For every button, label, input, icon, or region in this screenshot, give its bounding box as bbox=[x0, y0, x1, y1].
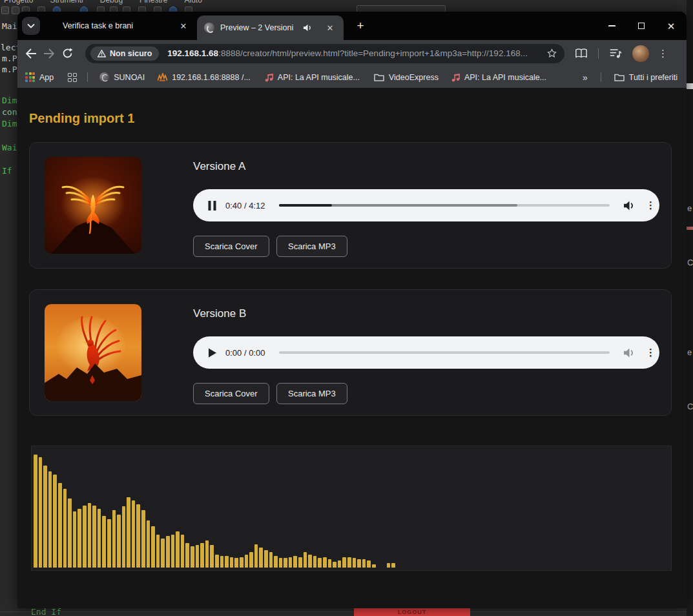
spectrum-bar bbox=[107, 519, 111, 568]
right-window-red-bar bbox=[687, 227, 693, 230]
spectrum-bar bbox=[83, 506, 87, 568]
ide-menu-strumenti[interactable]: Strumenti bbox=[50, 0, 83, 5]
globe-icon bbox=[99, 72, 109, 82]
audio-player-a[interactable]: 0:40 / 4:12 ⋮ bbox=[193, 189, 659, 221]
new-tab-button[interactable]: + bbox=[352, 17, 369, 34]
version-a-card: Versione A 0:40 / 4:12 ⋮ Scarica C bbox=[29, 142, 672, 269]
screen: Progetto Strumenti Debug Finestre Aiuto … bbox=[0, 0, 693, 616]
spectrum-bar bbox=[73, 511, 77, 568]
bookmarks-overflow-button[interactable]: » bbox=[583, 72, 588, 83]
spectrum-bar bbox=[141, 510, 145, 568]
download-cover-button[interactable]: Scarica Cover bbox=[193, 383, 269, 404]
media-controls-button[interactable] bbox=[609, 48, 622, 59]
spectrum-bar bbox=[342, 557, 346, 568]
bookmark-apps[interactable]: App bbox=[25, 72, 54, 82]
ide-code-fragment: Wai bbox=[2, 143, 17, 152]
ide-menu-finestre[interactable]: Finestre bbox=[140, 0, 167, 5]
tab-audio-icon[interactable] bbox=[303, 23, 313, 32]
window-maximize-button[interactable] bbox=[628, 12, 654, 40]
background-right-window: e C e C bbox=[687, 0, 693, 616]
version-title: Versione B bbox=[193, 307, 246, 320]
bookmark-label: API: La API musicale... bbox=[464, 73, 546, 82]
tab-verifica[interactable]: Verifica task e brani ✕ bbox=[43, 12, 197, 40]
ide-toolbar-icon[interactable] bbox=[1, 6, 9, 14]
play-button[interactable] bbox=[207, 348, 217, 358]
forward-arrow-icon bbox=[43, 48, 55, 59]
window-minimize-button[interactable] bbox=[599, 12, 625, 40]
right-window-text: C bbox=[687, 258, 693, 267]
spectrum-bar bbox=[328, 559, 332, 568]
bookmark-label: 192.168.1.68:8888 /... bbox=[172, 73, 251, 82]
url-text: 192.168.1.68:8888/creator/html/preview.h… bbox=[167, 48, 528, 58]
volume-button[interactable] bbox=[623, 347, 636, 358]
ide-toolbar-icon[interactable] bbox=[12, 6, 19, 14]
reload-icon bbox=[62, 48, 73, 59]
window-close-button[interactable]: ✕ bbox=[658, 12, 684, 40]
bookmark-videoexpress[interactable]: VideoExpress bbox=[374, 73, 439, 82]
audio-player-b[interactable]: 0:00 / 0:00 ⋮ bbox=[193, 336, 659, 369]
spectrum-bar bbox=[200, 543, 204, 568]
download-mp3-button[interactable]: Scarica MP3 bbox=[276, 383, 347, 404]
bookmark-api-musicale-1[interactable]: API: La API musicale... bbox=[265, 73, 360, 82]
bookmark-label: SUNOAI bbox=[114, 73, 145, 82]
ide-menu-debug[interactable]: Debug bbox=[100, 0, 123, 5]
volume-icon bbox=[623, 347, 636, 358]
seek-bar[interactable] bbox=[279, 204, 610, 207]
spectrum-bars bbox=[34, 450, 395, 568]
audio-spectrum-panel bbox=[31, 446, 672, 571]
player-menu-button[interactable]: ⋮ bbox=[646, 347, 656, 358]
spectrum-bar bbox=[391, 563, 395, 568]
download-mp3-button[interactable]: Scarica MP3 bbox=[276, 236, 347, 257]
spectrum-bar bbox=[196, 545, 200, 568]
spectrum-bar bbox=[185, 543, 189, 568]
close-tab-icon[interactable]: ✕ bbox=[324, 22, 336, 34]
tab-preview-active[interactable]: Preview – 2 Versioni ✕ bbox=[197, 15, 344, 40]
spectrum-bar bbox=[298, 557, 302, 568]
player-menu-button[interactable]: ⋮ bbox=[646, 200, 656, 211]
reading-list-button[interactable] bbox=[575, 48, 588, 59]
spectrum-bar bbox=[127, 497, 130, 568]
spectrum-bar bbox=[333, 562, 336, 568]
pause-button[interactable] bbox=[207, 201, 217, 210]
spectrum-bar bbox=[122, 506, 126, 568]
security-label: Non sicuro bbox=[110, 49, 152, 58]
tab-search-button[interactable] bbox=[22, 17, 40, 35]
spectrum-bar bbox=[259, 548, 263, 568]
version-title: Versione A bbox=[193, 160, 245, 173]
media-playlist-icon bbox=[609, 48, 622, 59]
spectrum-bar bbox=[171, 535, 175, 568]
spectrum-bar bbox=[220, 556, 224, 568]
forward-button[interactable] bbox=[40, 45, 58, 63]
reload-button[interactable] bbox=[58, 45, 76, 63]
close-tab-icon[interactable]: ✕ bbox=[178, 20, 189, 32]
spectrum-bar bbox=[230, 557, 234, 568]
spectrum-bar bbox=[58, 483, 62, 568]
spectrum-bar bbox=[156, 535, 160, 568]
security-badge[interactable]: Non sicuro bbox=[90, 46, 159, 61]
bookmark-server[interactable]: 192.168.1.68:8888 /... bbox=[158, 73, 251, 82]
spectrum-bar bbox=[88, 503, 92, 568]
ide-code-fragment: con bbox=[2, 107, 17, 117]
bookmark-api-musicale-2[interactable]: API: La API musicale... bbox=[451, 73, 546, 82]
profile-avatar[interactable] bbox=[632, 45, 649, 62]
all-favorites-button[interactable]: Tutti i preferiti bbox=[614, 73, 677, 82]
spectrum-bar bbox=[304, 552, 307, 568]
spectrum-bar bbox=[279, 558, 283, 568]
browser-menu-button[interactable]: ⋮ bbox=[658, 48, 668, 59]
bookmarks-bar: App SUNOAI 192.168.1.68:8888 /... API: L… bbox=[17, 67, 687, 88]
spectrum-bar bbox=[205, 540, 209, 568]
download-cover-button[interactable]: Scarica Cover bbox=[193, 236, 269, 257]
bookmark-sunoai[interactable]: SUNOAI bbox=[99, 72, 145, 82]
bookmark-grid-folder[interactable] bbox=[68, 73, 77, 82]
back-button[interactable] bbox=[22, 45, 40, 63]
seek-bar[interactable] bbox=[279, 351, 610, 354]
tab-title: Preview – 2 Versioni bbox=[220, 23, 293, 32]
volume-button[interactable] bbox=[623, 200, 636, 211]
bookmark-star-icon[interactable] bbox=[546, 48, 557, 59]
tab-favicon bbox=[204, 23, 214, 33]
spectrum-bar bbox=[132, 500, 136, 568]
ide-menu-progetto[interactable]: Progetto bbox=[4, 0, 33, 5]
spectrum-bar bbox=[181, 535, 185, 568]
ide-menu-aiuto[interactable]: Aiuto bbox=[184, 0, 202, 5]
address-bar[interactable]: Non sicuro 192.168.1.68:8888/creator/htm… bbox=[85, 44, 564, 63]
